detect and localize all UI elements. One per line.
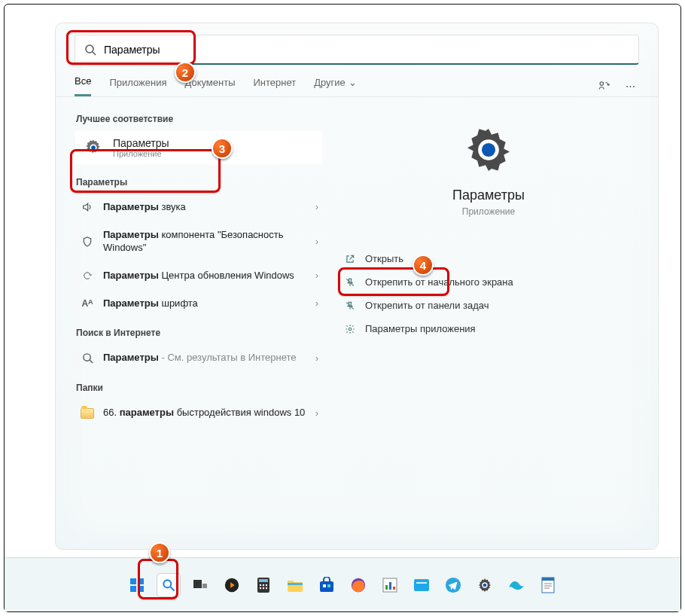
svg-rect-32: [320, 581, 333, 592]
svg-rect-20: [202, 584, 207, 588]
taskbar-explorer[interactable]: [284, 574, 306, 596]
tab-apps[interactable]: Приложения: [109, 77, 166, 96]
tab-more-label: Другие: [314, 77, 346, 88]
svg-point-5: [91, 145, 96, 150]
speaker-icon: [79, 201, 96, 213]
preview-type: Приложение: [462, 206, 515, 217]
svg-point-17: [163, 580, 171, 587]
preview-actions: Открыть Открепить от начального экрана О…: [338, 247, 564, 340]
chevron-right-icon: ›: [315, 408, 318, 419]
chevron-right-icon: ›: [315, 202, 318, 212]
svg-point-0: [86, 45, 93, 53]
more-icon[interactable]: ⋯: [621, 77, 639, 95]
section-folders: Папки: [76, 383, 323, 393]
action-app-settings[interactable]: Параметры приложения: [338, 317, 564, 340]
result-web[interactable]: Параметры - См. результаты в Интернете ›: [75, 344, 323, 372]
svg-point-6: [83, 354, 90, 361]
result-update[interactable]: Параметры Центра обновления Windows ›: [75, 262, 323, 290]
taskbar-telegram[interactable]: [442, 574, 464, 596]
taskbar-media[interactable]: [221, 574, 243, 596]
section-best-match: Лучшее соответствие: [76, 114, 323, 124]
svg-rect-24: [259, 579, 268, 582]
action-label: Открепить от начального экрана: [365, 276, 513, 288]
svg-rect-40: [414, 579, 429, 591]
result-label: Параметры шрифта: [103, 297, 315, 310]
tab-more[interactable]: Другие ⌄: [314, 77, 357, 96]
search-icon: [84, 44, 96, 56]
search-input[interactable]: [104, 44, 629, 56]
svg-rect-34: [327, 584, 330, 587]
tab-docs[interactable]: Документы: [184, 77, 235, 96]
svg-rect-15: [130, 586, 136, 592]
svg-rect-14: [138, 578, 144, 584]
taskbar-writer[interactable]: [537, 574, 559, 596]
action-label: Открепить от панели задач: [365, 300, 489, 311]
gear-icon: [83, 137, 104, 158]
action-open[interactable]: Открыть: [338, 247, 564, 270]
taskbar-firefox[interactable]: [347, 574, 370, 596]
svg-rect-46: [542, 578, 554, 581]
svg-point-30: [266, 587, 267, 588]
taskbar-settings[interactable]: [473, 574, 496, 596]
action-label: Открыть: [365, 253, 403, 264]
svg-line-18: [171, 587, 175, 590]
profile-sync-icon[interactable]: [595, 77, 613, 95]
svg-rect-39: [393, 587, 395, 590]
svg-line-7: [90, 361, 93, 364]
folder-icon: [79, 408, 96, 419]
svg-point-26: [263, 584, 264, 585]
font-icon: AA: [79, 298, 96, 309]
chevron-right-icon: ›: [315, 298, 318, 309]
taskbar-app-cyan[interactable]: [505, 574, 528, 596]
best-match-title: Параметры: [113, 137, 169, 149]
section-params: Параметры: [76, 177, 323, 188]
search-tabs: Все Приложения Документы Интернет Другие…: [56, 65, 658, 97]
open-icon: [342, 254, 358, 264]
taskbar-app-blue[interactable]: [410, 574, 433, 596]
svg-point-2: [600, 82, 604, 86]
action-unpin-start[interactable]: Открепить от начального экрана: [338, 270, 564, 294]
result-label: Параметры звука: [103, 201, 315, 214]
search-window: Все Приложения Документы Интернет Другие…: [55, 23, 659, 550]
result-security[interactable]: Параметры компонента "Безопасность Windo…: [75, 221, 323, 262]
result-font[interactable]: AA Параметры шрифта ›: [75, 290, 323, 318]
taskbar: [5, 557, 680, 611]
action-unpin-taskbar[interactable]: Открепить от панели задач: [338, 294, 564, 317]
taskbar-taskview[interactable]: [189, 574, 212, 596]
svg-rect-31: [288, 583, 303, 585]
svg-point-9: [482, 143, 495, 157]
best-match-text: Параметры Приложение: [113, 137, 169, 158]
shield-icon: [79, 236, 96, 248]
result-folder[interactable]: 66. параметры быстродействия windows 10 …: [75, 399, 323, 427]
taskbar-start[interactable]: [126, 574, 148, 596]
taskbar-chart[interactable]: [379, 574, 401, 596]
result-label: Параметры Центра обновления Windows: [103, 270, 315, 282]
svg-rect-41: [416, 582, 427, 584]
tab-web[interactable]: Интернет: [253, 77, 296, 96]
taskbar-search[interactable]: [157, 574, 180, 596]
svg-rect-13: [130, 578, 136, 584]
svg-rect-19: [193, 580, 202, 588]
tab-all[interactable]: Все: [75, 75, 91, 96]
search-icon: [79, 352, 96, 364]
chevron-right-icon: ›: [315, 353, 318, 364]
gear-icon-large: [464, 126, 513, 174]
results-left: Лучшее соответствие Параметры Приложение…: [75, 111, 323, 427]
best-match-sub: Приложение: [113, 149, 169, 158]
svg-point-28: [260, 587, 261, 588]
result-sound[interactable]: Параметры звука ›: [75, 194, 323, 221]
search-box[interactable]: [75, 35, 639, 65]
taskbar-store[interactable]: [315, 574, 338, 596]
best-match-item[interactable]: Параметры Приложение: [75, 130, 323, 165]
svg-rect-33: [323, 584, 326, 587]
svg-rect-37: [385, 585, 388, 590]
chevron-right-icon: ›: [315, 270, 318, 281]
taskbar-calculator[interactable]: [252, 574, 275, 596]
gear-icon: [342, 324, 358, 334]
svg-line-1: [93, 52, 96, 55]
chevron-down-icon: ⌄: [349, 77, 357, 88]
unpin-icon: [342, 277, 358, 288]
svg-rect-16: [138, 586, 144, 592]
svg-point-27: [266, 584, 267, 585]
svg-point-12: [349, 328, 352, 331]
